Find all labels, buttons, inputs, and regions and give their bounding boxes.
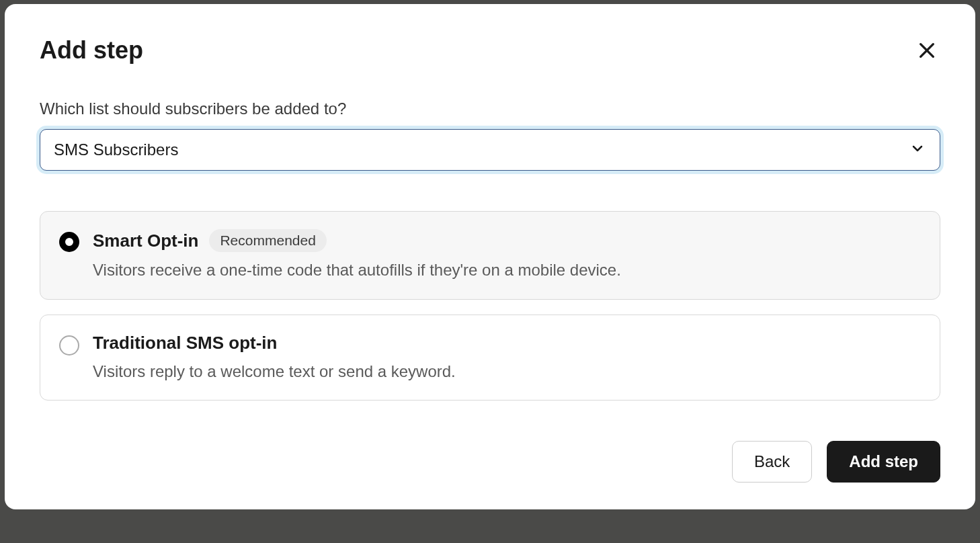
back-button[interactable]: Back — [732, 441, 812, 483]
option-traditional-sms[interactable]: Traditional SMS opt-in Visitors reply to… — [40, 315, 940, 401]
close-button[interactable] — [913, 37, 940, 64]
option-description: Visitors receive a one-time code that au… — [93, 259, 921, 282]
modal-header: Add step — [40, 36, 940, 65]
list-select-wrapper: SMS Subscribers — [40, 129, 940, 171]
add-step-button[interactable]: Add step — [827, 441, 940, 483]
radio-traditional-sms[interactable] — [59, 335, 79, 356]
option-title: Smart Opt-in — [93, 231, 198, 251]
option-description: Visitors reply to a welcome text or send… — [93, 360, 921, 383]
modal-title: Add step — [40, 36, 143, 65]
option-title: Traditional SMS opt-in — [93, 333, 277, 353]
option-title-row: Traditional SMS opt-in — [93, 333, 921, 353]
modal-footer: Back Add step — [40, 441, 940, 483]
option-content: Traditional SMS opt-in Visitors reply to… — [93, 333, 921, 383]
option-content: Smart Opt-in Recommended Visitors receiv… — [93, 229, 921, 282]
close-icon — [916, 40, 938, 61]
list-question-label: Which list should subscribers be added t… — [40, 99, 940, 118]
list-select[interactable]: SMS Subscribers — [40, 129, 940, 171]
add-step-modal: Add step Which list should subscribers b… — [5, 4, 975, 509]
option-title-row: Smart Opt-in Recommended — [93, 229, 921, 252]
option-smart-opt-in[interactable]: Smart Opt-in Recommended Visitors receiv… — [40, 211, 940, 300]
radio-smart-opt-in[interactable] — [59, 232, 79, 252]
recommended-badge: Recommended — [209, 229, 326, 252]
